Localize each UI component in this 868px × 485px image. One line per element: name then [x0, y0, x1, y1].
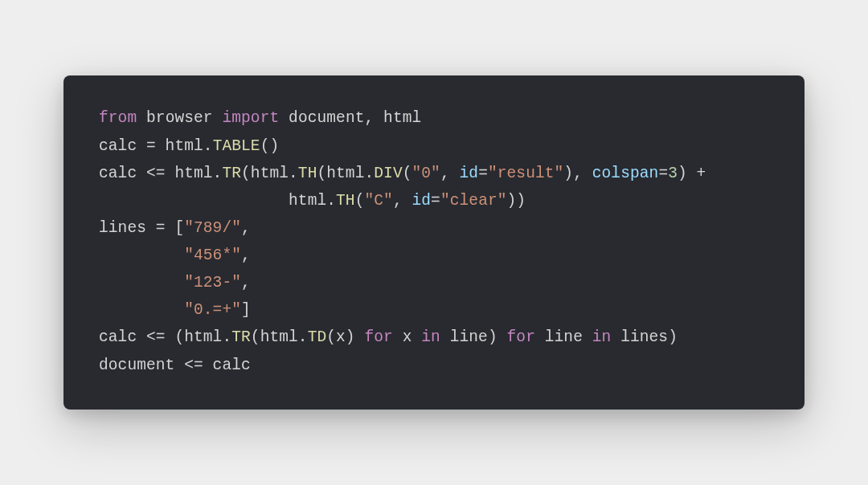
code-panel: from browser import document, html calc …: [63, 75, 805, 409]
import-list: document, html: [289, 109, 421, 127]
code-text: ]: [241, 301, 251, 319]
func-tr: TR: [222, 165, 241, 182]
keyword-for: for: [364, 328, 392, 346]
func-div: DIV: [374, 165, 402, 182]
kwarg-id: id: [460, 165, 479, 182]
code-text: (: [355, 192, 365, 210]
code-text: calc <= (html.: [99, 328, 231, 346]
code-text: calc <= html.: [99, 165, 222, 182]
code-text: (x): [326, 328, 364, 346]
code-text: (html.: [241, 165, 298, 182]
code-text: ) +: [678, 165, 706, 182]
keyword-in: in: [421, 328, 440, 346]
func-td: TD: [308, 328, 327, 346]
code-indent: [99, 247, 184, 264]
string-result: "result": [488, 165, 563, 182]
code-text: calc = html.: [99, 137, 213, 155]
string-0eq: "0.=+": [184, 301, 241, 319]
keyword-for: for: [507, 328, 535, 346]
code-text: ,: [241, 219, 251, 237]
keyword-from: from: [99, 109, 137, 127]
number-3: 3: [668, 165, 678, 182]
code-text: (: [403, 165, 412, 182]
string-clear: "clear": [440, 192, 507, 210]
code-text: )): [507, 192, 526, 210]
code-text: ,: [241, 274, 251, 291]
code-text: document <= calc: [99, 357, 251, 374]
code-text: ,: [241, 247, 251, 264]
code-text: line: [535, 328, 592, 346]
kwarg-colspan: colspan: [592, 165, 659, 182]
string-456: "456*": [184, 247, 241, 264]
code-text: (html.: [317, 165, 374, 182]
code-text: (): [260, 137, 280, 155]
func-tr: TR: [231, 328, 251, 346]
code-indent: html.: [99, 192, 336, 210]
code-text: =: [478, 165, 488, 182]
code-text: [213, 109, 223, 127]
code-text: [279, 109, 289, 127]
code-text: ,: [393, 192, 412, 210]
code-text: x: [393, 328, 421, 346]
module-browser: browser: [146, 109, 213, 127]
func-th: TH: [298, 165, 317, 182]
func-table: TABLE: [213, 137, 260, 155]
code-text: [137, 109, 146, 127]
code-text: (html.: [251, 328, 308, 346]
code-text: ,: [440, 165, 460, 182]
code-block: from browser import document, html calc …: [99, 104, 769, 378]
code-text: lines = [: [99, 219, 184, 237]
code-text: =: [658, 165, 668, 182]
string-zero: "0": [412, 165, 440, 182]
string-123: "123-": [184, 274, 241, 291]
code-text: lines): [611, 328, 678, 346]
code-text: ),: [563, 165, 592, 182]
keyword-in: in: [592, 328, 612, 346]
kwarg-id: id: [412, 192, 432, 210]
string-c: "C": [364, 192, 392, 210]
keyword-import: import: [222, 109, 279, 127]
code-indent: [99, 274, 184, 291]
code-indent: [99, 301, 184, 319]
code-text: line): [440, 328, 507, 346]
func-th: TH: [336, 192, 355, 210]
code-text: =: [431, 192, 440, 210]
string-789: "789/": [184, 219, 241, 237]
